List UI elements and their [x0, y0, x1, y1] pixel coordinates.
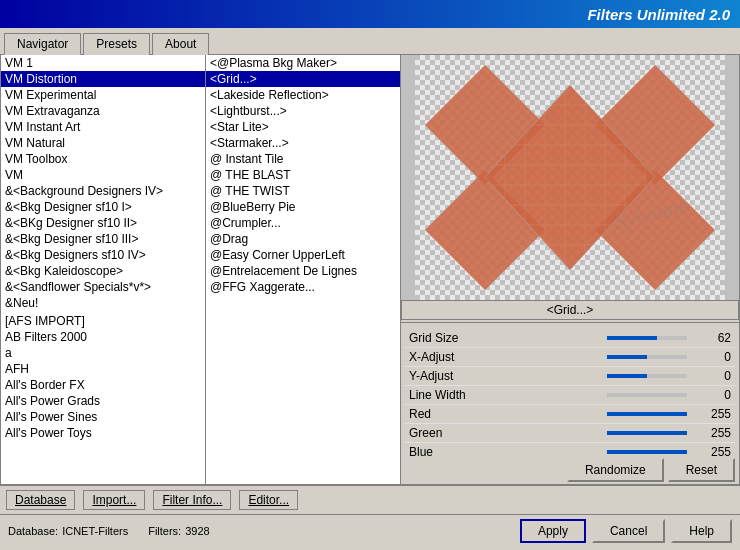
- param-value: 0: [691, 350, 731, 364]
- help-button[interactable]: Help: [671, 519, 732, 543]
- filter-info-button[interactable]: Filter Info...: [153, 490, 231, 510]
- action-buttons: Apply Cancel Help: [520, 519, 732, 543]
- filters-value: 3928: [185, 525, 209, 537]
- category-list[interactable]: VM 1VM DistortionVM ExperimentalVM Extra…: [1, 55, 205, 484]
- left-list-item[interactable]: VM Toolbox: [1, 151, 205, 167]
- filter-list-item[interactable]: <Lakeside Reflection>: [206, 87, 400, 103]
- left-list-item[interactable]: All's Power Grads: [1, 393, 205, 409]
- filter-list-item[interactable]: <Star Lite>: [206, 119, 400, 135]
- left-list-item[interactable]: &Neu!: [1, 295, 205, 311]
- param-name: Line Width: [409, 388, 603, 402]
- param-row: Red255: [405, 405, 735, 424]
- filter-list-item[interactable]: <@Plasma Bkg Maker>: [206, 55, 400, 71]
- param-row: X-Adjust0: [405, 348, 735, 367]
- preview-label: <Grid...>: [401, 300, 739, 320]
- filter-list-item[interactable]: <Lightburst...>: [206, 103, 400, 119]
- param-name: X-Adjust: [409, 350, 603, 364]
- filter-list-item[interactable]: @Drag: [206, 231, 400, 247]
- left-list-item[interactable]: All's Power Toys: [1, 425, 205, 441]
- param-name: Red: [409, 407, 603, 421]
- tab-presets[interactable]: Presets: [83, 33, 150, 55]
- apply-button[interactable]: Apply: [520, 519, 586, 543]
- param-slider[interactable]: [607, 412, 687, 416]
- left-list-item[interactable]: &<Bkg Designer sf10 I>: [1, 199, 205, 215]
- left-list-item[interactable]: &<Sandflower Specials*v*>: [1, 279, 205, 295]
- param-row: Green255: [405, 424, 735, 443]
- bottom-toolbar: Database Import... Filter Info... Editor…: [0, 485, 740, 514]
- param-value: 0: [691, 369, 731, 383]
- filters-status: Filters: 3928: [148, 525, 209, 537]
- main-content: VM 1VM DistortionVM ExperimentalVM Extra…: [0, 55, 740, 485]
- param-slider[interactable]: [607, 374, 687, 378]
- param-value: 62: [691, 331, 731, 345]
- database-value: ICNET-Filters: [62, 525, 128, 537]
- database-label: Database:: [8, 525, 58, 537]
- left-list-item[interactable]: All's Border FX: [1, 377, 205, 393]
- param-slider[interactable]: [607, 336, 687, 340]
- filter-list-item[interactable]: @FFG Xaggerate...: [206, 279, 400, 295]
- left-list-item[interactable]: AB Filters 2000: [1, 329, 205, 345]
- reset-button[interactable]: Reset: [668, 458, 735, 482]
- param-name: Blue: [409, 445, 603, 456]
- left-list-item[interactable]: &<Bkg Kaleidoscope>: [1, 263, 205, 279]
- filter-list-item[interactable]: <Starmaker...>: [206, 135, 400, 151]
- left-list-item[interactable]: All's Power Sines: [1, 409, 205, 425]
- left-list-item[interactable]: VM Natural: [1, 135, 205, 151]
- filter-list-item[interactable]: <Grid...>: [206, 71, 400, 87]
- param-value: 255: [691, 407, 731, 421]
- database-status: Database: ICNET-Filters: [8, 525, 128, 537]
- randomize-button[interactable]: Randomize: [567, 458, 664, 482]
- left-list-item[interactable]: a: [1, 345, 205, 361]
- left-list-item[interactable]: VM Experimental: [1, 87, 205, 103]
- param-value: 0: [691, 388, 731, 402]
- right-panel: Sylviane <Grid...> Grid Size62X-Adjust0Y…: [401, 55, 739, 484]
- filter-list-item[interactable]: @ Instant Tile: [206, 151, 400, 167]
- filter-list-item[interactable]: @Easy Corner UpperLeft: [206, 247, 400, 263]
- filters-label: Filters:: [148, 525, 181, 537]
- param-slider[interactable]: [607, 355, 687, 359]
- cancel-button[interactable]: Cancel: [592, 519, 665, 543]
- param-row: Grid Size62: [405, 329, 735, 348]
- left-list-item[interactable]: VM 1: [1, 55, 205, 71]
- param-row: Y-Adjust0: [405, 367, 735, 386]
- left-list-item[interactable]: &<Bkg Designers sf10 IV>: [1, 247, 205, 263]
- preview-area: Sylviane: [401, 55, 739, 300]
- status-bar: Database: ICNET-Filters Filters: 3928 Ap…: [0, 514, 740, 546]
- left-list-item[interactable]: VM Distortion: [1, 71, 205, 87]
- title-bar: Filters Unlimited 2.0: [0, 0, 740, 28]
- left-list-item[interactable]: AFH: [1, 361, 205, 377]
- app-title: Filters Unlimited 2.0: [587, 6, 730, 23]
- filter-list-panel[interactable]: <@Plasma Bkg Maker><Grid...><Lakeside Re…: [206, 55, 401, 484]
- param-slider[interactable]: [607, 393, 687, 397]
- left-list-item[interactable]: [AFS IMPORT]: [1, 313, 205, 329]
- param-value: 255: [691, 426, 731, 440]
- preview-image: [401, 55, 739, 300]
- left-list-item[interactable]: &<BKg Designer sf10 II>: [1, 215, 205, 231]
- filter-list-item[interactable]: @Crumpler...: [206, 215, 400, 231]
- tab-about[interactable]: About: [152, 33, 209, 55]
- param-name: Green: [409, 426, 603, 440]
- left-panel: VM 1VM DistortionVM ExperimentalVM Extra…: [1, 55, 206, 484]
- left-list-item[interactable]: VM: [1, 167, 205, 183]
- left-list-item[interactable]: VM Extravaganza: [1, 103, 205, 119]
- param-name: Grid Size: [409, 331, 603, 345]
- editor-button[interactable]: Editor...: [239, 490, 298, 510]
- filter-list-item[interactable]: @ THE BLAST: [206, 167, 400, 183]
- import-button[interactable]: Import...: [83, 490, 145, 510]
- randomize-reset-row: Randomize Reset: [401, 456, 739, 484]
- params-area: Grid Size62X-Adjust0Y-Adjust0Line Width0…: [401, 325, 739, 456]
- param-row: Line Width0: [405, 386, 735, 405]
- tab-navigator[interactable]: Navigator: [4, 33, 81, 55]
- left-list-item[interactable]: &<Background Designers IV>: [1, 183, 205, 199]
- filter-list-item[interactable]: @ THE TWIST: [206, 183, 400, 199]
- left-list-item[interactable]: &<Bkg Designer sf10 III>: [1, 231, 205, 247]
- tab-bar: Navigator Presets About: [0, 28, 740, 55]
- filter-list-item[interactable]: @BlueBerry Pie: [206, 199, 400, 215]
- param-name: Y-Adjust: [409, 369, 603, 383]
- param-slider[interactable]: [607, 431, 687, 435]
- param-value: 255: [691, 445, 731, 456]
- database-button[interactable]: Database: [6, 490, 75, 510]
- left-list-item[interactable]: VM Instant Art: [1, 119, 205, 135]
- param-slider[interactable]: [607, 450, 687, 454]
- filter-list-item[interactable]: @Entrelacement De Lignes: [206, 263, 400, 279]
